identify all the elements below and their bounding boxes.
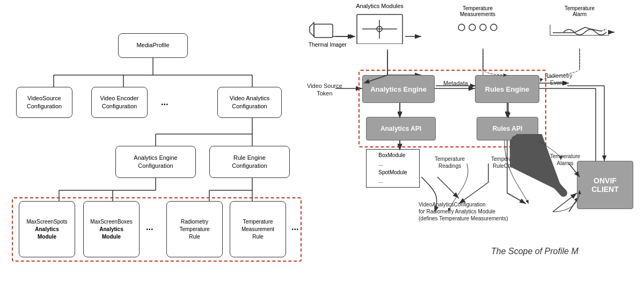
temp-alarm-svg bbox=[547, 19, 612, 38]
temp-measurements-label: Temperature Measurements bbox=[460, 5, 495, 17]
media-profile-box: MediaProfile bbox=[118, 33, 188, 58]
thermal-imager-text: Thermal Imager bbox=[309, 42, 347, 48]
right-diagram: Thermal Imager Analytics Modules Tempera… bbox=[306, 0, 644, 282]
max-screen-spots-label: MaxScreenSpots Analytics Module bbox=[26, 218, 67, 241]
onvif-client-label: ONVIF CLIENT bbox=[591, 176, 619, 194]
ellipsis-1: ... bbox=[161, 98, 168, 107]
max-screen-boxes-box: MaxScreenBoxes Analytics Module bbox=[83, 201, 140, 257]
temp-measurement-rule-label: Temperature Measurement Rule bbox=[241, 218, 274, 241]
video-analytics-config-text: VideoAnalyticsConfiguration for Radiomet… bbox=[419, 202, 508, 221]
svg-line-29 bbox=[459, 182, 488, 204]
video-source-token-label: Video Source Token bbox=[307, 82, 342, 98]
scope-text-label: The Scope of Profile M bbox=[491, 247, 579, 256]
video-analytics-label: Video Analytics Configuration bbox=[230, 94, 269, 111]
temperature-measurements-icon: Temperature Measurements bbox=[456, 5, 499, 36]
video-encoder-label: Video Encoder Configuration bbox=[100, 94, 139, 111]
max-screen-boxes-label: MaxScreenBoxes Analytics Module bbox=[90, 218, 132, 241]
ellipsis-2-label: ... bbox=[146, 222, 153, 232]
scope-text: The Scope of Profile M bbox=[491, 247, 579, 256]
ellipsis-2: ... bbox=[146, 222, 153, 232]
svg-point-50 bbox=[480, 24, 486, 31]
temperature-readings-label: Temperature Readings bbox=[435, 155, 465, 169]
max-screen-spots-box: MaxScreenSpots Analytics Module bbox=[19, 201, 75, 257]
box-module-box: BoxModule ... SpotModule ... bbox=[366, 149, 420, 188]
video-analytics-config-label: VideoAnalyticsConfiguration for Radiomet… bbox=[419, 201, 508, 222]
analytics-engine-config-label: Analytics Engine Configuration bbox=[134, 154, 177, 170]
radiometry-events-text: Radiometry Events bbox=[545, 73, 572, 86]
video-encoder-box: Video Encoder Configuration bbox=[91, 87, 148, 118]
thermal-imager-icon: Thermal Imager bbox=[309, 16, 347, 48]
rules-api-label: Rules API bbox=[493, 125, 523, 132]
svg-marker-43 bbox=[310, 23, 314, 36]
video-source-box: VideoSource Configuration bbox=[16, 87, 72, 118]
svg-line-55 bbox=[515, 139, 564, 193]
analytics-api-box: Analytics API bbox=[366, 117, 436, 140]
video-source-label: VideoSource Configuration bbox=[27, 94, 62, 111]
temperature-alarm-icon: Temperature Alarm bbox=[547, 5, 612, 39]
analytics-modules-area: Analytics Modules bbox=[354, 3, 405, 45]
media-profile-label: MediaProfile bbox=[136, 41, 169, 49]
temp-alarm-label: Temperature Alarm bbox=[565, 5, 595, 17]
svg-line-27 bbox=[437, 177, 459, 198]
svg-point-48 bbox=[458, 24, 465, 31]
analytics-engine-config-box: Analytics Engine Configuration bbox=[115, 146, 196, 178]
ellipsis-1-label: ... bbox=[161, 98, 168, 107]
rule-engine-config-label: Rule Engine Configuration bbox=[232, 154, 267, 170]
big-arrow-svg bbox=[510, 134, 574, 204]
thermal-imager-label: Thermal Imager bbox=[309, 42, 347, 48]
radiometry-temp-rule-box: Radiometry Temperature Rule bbox=[166, 201, 223, 257]
thermal-imager-svg bbox=[309, 16, 338, 43]
temp-readings-text: Temperature Readings bbox=[435, 156, 465, 169]
analytics-modules-title: Analytics Modules bbox=[354, 3, 405, 9]
left-diagram: MediaProfile VideoSource Configuration V… bbox=[0, 0, 306, 282]
radiometry-temp-rule-label: Radiometry Temperature Rule bbox=[179, 218, 209, 241]
svg-point-51 bbox=[491, 24, 497, 31]
temp-measurements-svg bbox=[456, 19, 499, 35]
temp-alarm-title: Temperature Alarm bbox=[547, 5, 612, 17]
analytics-modules-svg bbox=[354, 12, 405, 44]
svg-point-49 bbox=[469, 24, 475, 31]
ellipsis-3-label: ... bbox=[291, 222, 298, 232]
svg-rect-42 bbox=[314, 24, 333, 38]
box-module-label: BoxModule ... SpotModule ... bbox=[376, 149, 409, 188]
analytics-api-label: Analytics API bbox=[380, 125, 421, 132]
onvif-client-box: ONVIF CLIENT bbox=[577, 161, 633, 209]
video-source-token-text: Video Source Token bbox=[307, 83, 342, 97]
ellipsis-3: ... bbox=[291, 222, 298, 232]
temp-measurements-title: Temperature Measurements bbox=[456, 5, 499, 17]
rule-engine-config-box: Rule Engine Configuration bbox=[209, 146, 290, 178]
temp-measurement-rule-box: Temperature Measurement Rule bbox=[230, 201, 286, 257]
video-analytics-box: Video Analytics Configuration bbox=[217, 87, 282, 118]
radiometry-events-label: Radiometry Events bbox=[545, 72, 572, 86]
analytics-modules-label: Analytics Modules bbox=[356, 3, 404, 9]
